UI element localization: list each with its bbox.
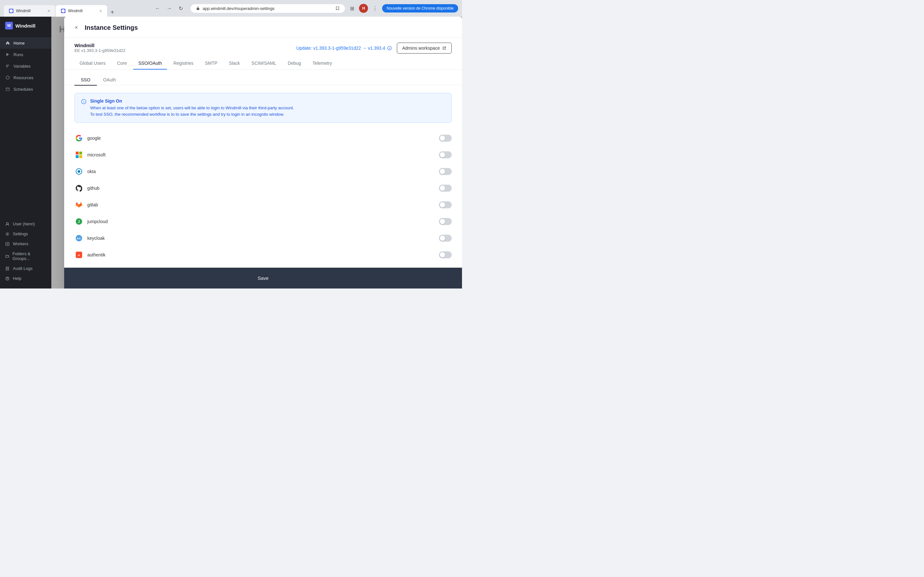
tab-slack[interactable]: Slack [224,57,245,69]
tab-telemetry[interactable]: Telemetry [307,57,337,69]
keycloak-logo: KC [74,234,83,243]
sso-github-label: github [87,185,435,191]
save-button[interactable]: Save [247,273,279,284]
sidebar-item-audit-label: Audit Logs [13,266,32,271]
sidebar-item-resources[interactable]: Resources [0,72,51,83]
tab-bar: Windmill × Windmill × + [4,0,148,17]
tab-sso-oauth-label: SSO/OAuth [138,61,162,66]
audit-icon [5,266,10,271]
tab-registries-label: Registries [173,61,193,66]
sidebar-item-home[interactable]: Home [0,37,51,49]
sidebar-item-variables[interactable]: Variables [0,60,51,72]
tab-scim-saml[interactable]: SCIM/SAML [246,57,281,69]
google-logo [74,134,83,143]
okta-logo [74,167,83,176]
tab-debug[interactable]: Debug [283,57,306,69]
resources-icon [5,75,10,80]
sso-item-google: google [74,131,452,146]
info-banner-content: Single Sign On When at least one of the … [90,98,294,117]
modal-title: Instance Settings [85,24,138,31]
user-icon [5,222,10,226]
bookmark-icon[interactable] [335,6,340,11]
sidebar-logo-label: Windmill [15,23,35,29]
tab-1-close[interactable]: × [47,8,50,13]
external-link-icon [443,46,446,50]
menu-button[interactable]: ⋮ [371,4,380,13]
authentik-logo: A [74,250,83,259]
sidebar-item-home-label: Home [13,41,25,45]
sidebar-logo[interactable]: W Windmill [0,17,51,35]
sub-tab-oauth[interactable]: OAuth [97,75,123,85]
admins-workspace-button[interactable]: Admins workspace [397,43,452,53]
sidebar-item-help[interactable]: Help [5,274,46,284]
sidebar-item-runs[interactable]: Runs [0,49,51,60]
sidebar-item-folders[interactable]: Folders & Groups... [5,249,46,263]
sso-item-authentik: A authentik [74,247,452,263]
sso-gitlab-toggle[interactable] [439,201,452,208]
sso-jumpcloud-toggle[interactable] [439,218,452,225]
sso-github-toggle[interactable] [439,185,452,192]
forward-button[interactable]: → [165,4,174,13]
new-tab-button[interactable]: + [108,8,117,17]
tab-slack-label: Slack [229,61,240,66]
tab-1[interactable]: Windmill × [4,5,55,17]
modal-tabs: Global Users Core SSO/OAuth Registries S… [64,57,462,69]
chrome-update-button[interactable]: Nouvelle version de Chrome disponible [382,4,458,13]
sso-item-authelia: AU authelia [74,264,452,268]
address-bar[interactable]: app.windmill.dev/#superadmin-settings [191,4,345,13]
modal-close-button[interactable]: × [72,23,81,32]
tab-global-users[interactable]: Global Users [74,57,111,69]
sso-authentik-toggle[interactable] [439,251,452,258]
sso-item-okta: okta [74,164,452,179]
tab-2-icon [61,9,65,13]
info-banner-title: Single Sign On [90,98,294,103]
sso-okta-toggle[interactable] [439,168,452,175]
tab-sso-oauth[interactable]: SSO/OAuth [133,57,167,69]
instance-settings-modal: × Instance Settings Windmill EE v1.393.3… [64,17,462,288]
svg-point-7 [7,234,8,235]
tab-core[interactable]: Core [112,57,132,69]
modal-title-area: × Instance Settings [72,23,138,32]
sidebar-item-schedules[interactable]: Schedules [0,83,51,95]
sso-microsoft-toggle[interactable] [439,151,452,158]
tab-1-icon [9,9,13,13]
sub-tab-oauth-label: OAuth [103,77,116,82]
sidebar-item-resources-label: Resources [13,75,33,80]
svg-rect-2 [197,8,199,10]
browser-chrome: Windmill × Windmill × + ← → ↻ app.windmi… [0,0,462,17]
sso-keycloak-toggle[interactable] [439,235,452,242]
sidebar-item-settings-label: Settings [13,231,28,236]
sso-item-gitlab: gitlab [74,197,452,213]
tab-core-label: Core [117,61,127,66]
profile-button[interactable]: H [359,4,368,13]
github-logo [74,184,83,193]
info-banner-text1: When at least one of the below option is… [90,105,294,111]
tab-registries[interactable]: Registries [168,57,198,69]
sidebar-logo-icon: W [5,22,13,29]
tab-smtp[interactable]: SMTP [200,57,223,69]
tab-debug-label: Debug [288,61,301,66]
tab-scim-saml-label: SCIM/SAML [252,61,276,66]
update-link[interactable]: Update: v1.393.3-1-g959e31d22 → v1.393.4 [296,45,391,51]
sidebar-item-user[interactable]: User (henri) [5,219,46,229]
folders-icon [5,254,9,258]
svg-point-1 [61,9,65,13]
extensions-button[interactable]: ⊞ [347,4,357,13]
sso-google-toggle[interactable] [439,135,452,142]
sub-tab-sso[interactable]: SSO [74,75,97,85]
tab-2[interactable]: Windmill × [56,5,107,17]
svg-text:J: J [78,220,80,223]
sidebar-item-audit[interactable]: Audit Logs [5,263,46,274]
svg-rect-16 [79,155,82,158]
sso-keycloak-label: keycloak [87,235,435,241]
reload-button[interactable]: ↻ [176,4,186,13]
tab-2-close[interactable]: × [99,8,102,13]
back-button[interactable]: ← [153,4,162,13]
svg-rect-14 [79,152,82,155]
sso-info-banner: Single Sign On When at least one of the … [74,93,452,123]
sidebar-item-settings[interactable]: Settings [5,229,46,239]
browser-nav: ← → ↻ [151,4,188,13]
tab-2-label: Windmill [68,9,82,13]
svg-point-0 [10,9,13,13]
sidebar-item-workers[interactable]: Workers [5,239,46,249]
